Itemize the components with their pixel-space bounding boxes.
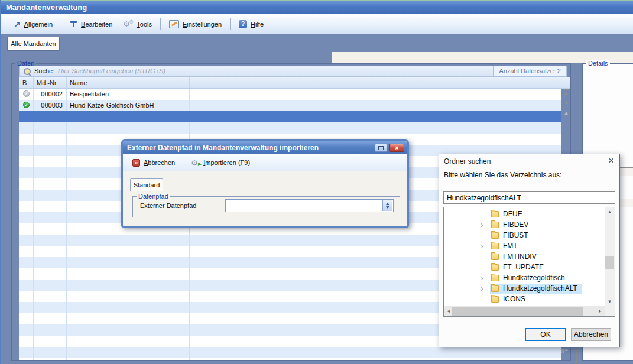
ok-button[interactable]: OK	[525, 328, 566, 341]
folder-listbox: ›DFUE›FIBDEV›FIBUST›FMT›FMTINDIV›FT_UPDA…	[443, 207, 615, 317]
panel-splitter-handle[interactable]	[576, 348, 580, 364]
main-toolbar: ↗ Allgemein Bearbeiten ⚙⚙ Tools Einstell…	[1, 14, 633, 34]
column-header-mdnr[interactable]: Md.-Nr.	[37, 77, 58, 88]
close-icon[interactable]: ×	[608, 155, 614, 167]
menu-item-allgemein[interactable]: ↗ Allgemein	[8, 18, 58, 30]
folder-path-input[interactable]	[443, 191, 615, 204]
scroll-left-icon[interactable]: ◂	[444, 306, 453, 316]
tab-alle-mandanten[interactable]: Alle Mandanten	[7, 37, 60, 51]
scroll-right-icon[interactable]: ▸	[596, 306, 605, 316]
help-icon: ?	[239, 20, 247, 28]
scroll-up-icon[interactable]: ▴	[605, 207, 615, 216]
menu-label: Allgemein	[24, 21, 53, 28]
folder-icon	[491, 254, 499, 260]
app-window: Mandantenverwaltung ↗ Allgemein Bearbeit…	[0, 0, 633, 364]
folder-item[interactable]: ›FMTINDIV	[444, 251, 604, 262]
datenpfad-group-label: Datenpfad	[137, 193, 170, 200]
search-icon	[24, 68, 31, 75]
vertical-scrollbar[interactable]: ▴ ▾	[605, 207, 615, 306]
folder-name: FIBUST	[503, 230, 528, 240]
importieren-button[interactable]: ⚙▶ Importieren (F9)	[186, 158, 255, 168]
menu-item-tools[interactable]: ⚙⚙ Tools	[118, 18, 157, 30]
scrollbar-thumb[interactable]	[605, 256, 614, 269]
tab-baseline	[130, 191, 400, 191]
abbrechen-button[interactable]: × Abbrechen	[128, 158, 180, 168]
abbrechen-label: Abbrechen	[144, 159, 175, 166]
toolbar-separator	[183, 157, 183, 168]
expand-chevron-icon[interactable]: ›	[481, 274, 490, 282]
scrollbar-corner	[605, 306, 615, 316]
table-header: B Md.-Nr. Name	[19, 77, 570, 89]
menu-label: Tools	[137, 21, 152, 28]
tab-standard[interactable]: Standard	[130, 178, 163, 191]
folder-icon	[491, 264, 499, 271]
cell-name: Hund-Katze-Goldfisch GmbH	[70, 100, 154, 111]
menu-item-bearbeiten[interactable]: Bearbeiten	[64, 18, 118, 30]
folder-icon	[491, 275, 499, 281]
folder-item[interactable]: ›FT_UPDATE	[444, 262, 604, 272]
toolbar-separator	[61, 18, 61, 30]
folder-name: FMT	[503, 240, 518, 251]
table-row-empty[interactable]	[19, 347, 561, 358]
scrollbar-thumb[interactable]	[452, 307, 583, 316]
column-header-b[interactable]: B	[22, 77, 27, 88]
toolbar-separator	[160, 18, 161, 30]
settings-form-icon	[169, 20, 179, 28]
gears-icon: ⚙⚙	[123, 20, 133, 28]
abbrechen-button[interactable]: Abbrechen	[571, 328, 611, 341]
spinner-up-icon	[386, 203, 389, 205]
search-label: Suche:	[34, 66, 54, 76]
spinner-button[interactable]	[382, 200, 392, 211]
expand-chevron-icon[interactable]: ›	[481, 284, 490, 292]
import-dialog-titlebar[interactable]: Externer Datenpfad in Mandantenverwaltun…	[123, 141, 407, 154]
menu-item-einstellungen[interactable]: Einstellungen	[164, 18, 227, 30]
column-header-name[interactable]: Name	[70, 77, 87, 88]
scroll-up-dim-icon[interactable]: ▲	[562, 110, 570, 116]
folder-item[interactable]: ›HundkatzegoldfischALT	[444, 283, 604, 294]
menu-label: Einstellungen	[183, 21, 222, 28]
table-row-empty[interactable]	[19, 122, 561, 134]
folder-item[interactable]: ›DFUE	[444, 209, 604, 219]
cell-mdnr: 000002	[33, 89, 63, 100]
externer-datenpfad-input[interactable]	[226, 200, 386, 212]
cell-mdnr: 000003	[33, 100, 63, 111]
folder-icon	[491, 243, 499, 249]
menu-label: Bearbeiten	[81, 21, 112, 28]
close-button[interactable]: ×	[389, 144, 404, 152]
table-row-selected[interactable]	[19, 111, 561, 122]
menu-item-hilfe[interactable]: ? Hilfe	[233, 18, 269, 30]
scroll-to-top-icon[interactable]: ▲	[563, 89, 569, 96]
externer-datenpfad-label: Externer Datenpfad	[140, 201, 196, 210]
externer-datenpfad-field	[225, 199, 394, 212]
folder-item[interactable]: ›FIBUST	[444, 230, 604, 240]
folder-item[interactable]: ›FMT	[444, 240, 604, 251]
folder-item[interactable]: ›ICONS	[444, 294, 604, 304]
import-gear-icon: ⚙▶	[191, 159, 200, 167]
menu-label: Hilfe	[251, 21, 264, 28]
search-input[interactable]: Hier Suchbegriff eingeben (STRG+S)	[58, 66, 165, 76]
folder-icon	[491, 211, 499, 217]
folder-name: FT_UPDATE	[503, 262, 544, 272]
expand-chevron-icon[interactable]: ›	[481, 242, 490, 250]
horizontal-scrollbar[interactable]: ◂ ▸	[444, 306, 605, 316]
scroll-up-icon[interactable]: ▲	[562, 100, 570, 105]
scroll-down-icon[interactable]: ▾	[605, 297, 615, 306]
details-group-label: Details	[586, 60, 610, 67]
folder-name: FIBDEV	[503, 219, 528, 230]
table-row[interactable]: ✓000002Beispieldaten	[19, 89, 561, 100]
folder-item[interactable]: ›FIBDEV	[444, 219, 604, 230]
window-titlebar[interactable]: Mandantenverwaltung	[1, 0, 633, 14]
window-title: Mandantenverwaltung	[6, 3, 87, 12]
folder-icon	[491, 285, 499, 292]
expand-chevron-icon[interactable]: ›	[481, 220, 490, 229]
folder-name: FMTINDIV	[503, 251, 537, 262]
datenpfad-groupbox: Datenpfad Externer Datenpfad	[132, 196, 400, 217]
folder-item[interactable]: ›Hundkatzegoldfisch	[444, 272, 604, 283]
sort-icon[interactable]: ⇅≡	[560, 348, 567, 354]
table-row[interactable]: ✓000003Hund-Katze-Goldfisch GmbH	[19, 100, 561, 111]
minimize-button[interactable]	[375, 144, 387, 152]
toolbar-separator	[230, 18, 231, 30]
record-count-badge: Anzahl Datensätze: 2	[493, 66, 567, 77]
table-row-empty[interactable]	[19, 358, 561, 360]
folder-icon	[491, 296, 499, 303]
